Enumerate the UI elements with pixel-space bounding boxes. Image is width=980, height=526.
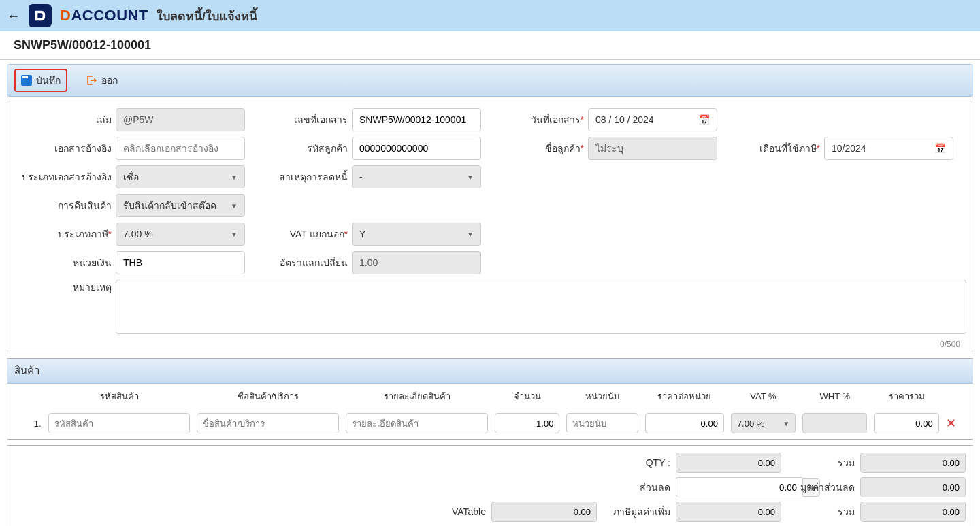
col-price: ราคาต่อหน่วย (642, 385, 727, 408)
col-wht: WHT % (800, 385, 870, 408)
vat-exclude-label: VAT แยกนอก* (249, 227, 348, 242)
col-unit: หน่วยนับ (564, 385, 641, 408)
tax-month-label: เดือนที่ใช้ภาษี* (721, 141, 820, 156)
back-arrow-icon[interactable]: ← (7, 8, 20, 24)
form-panel: เล่ม เลขที่เอกสาร วันที่เอกสาร*08 / 10 /… (7, 101, 973, 352)
vat-amt-value (676, 502, 781, 522)
delete-row-icon[interactable]: ✕ (946, 416, 956, 430)
table-row: 1. 7.00 %▼ ✕ (9, 409, 971, 438)
calendar-icon: 📅 (934, 143, 946, 154)
document-number: SNWP5W/00012-100001 (0, 31, 980, 60)
debit-reason-select[interactable]: -▼ (352, 165, 481, 188)
ref-type-label: ประเภทเอกสารอ้างอิง (13, 169, 112, 184)
page-title: ใบลดหนี้/ใบแจ้งหนี้ (157, 6, 257, 26)
save-button[interactable]: บันทึก (14, 69, 67, 92)
toolbar: บันทึก ออก (7, 64, 973, 97)
doc-no-input[interactable] (352, 108, 481, 131)
row-index: 1. (9, 409, 44, 438)
vatable-value (491, 502, 597, 522)
row-qty-input[interactable] (495, 413, 559, 433)
qty-total-value (676, 453, 781, 473)
tax-month-input[interactable]: 10/2024📅 (824, 137, 953, 160)
tax-type-label: ประเภทภาษี* (13, 227, 112, 242)
chevron-down-icon: ▼ (231, 174, 238, 181)
return-goods-label: การคืนสินค้า (13, 198, 112, 213)
col-vat: VAT % (728, 385, 798, 408)
cust-name-label: ชื่อลูกค้า* (485, 141, 584, 156)
row-code-input[interactable] (48, 413, 191, 433)
doc-date-input[interactable]: 08 / 10 / 2024📅 (588, 108, 717, 131)
cust-code-label: รหัสลูกค้า (249, 141, 348, 156)
chevron-down-icon: ▼ (231, 231, 238, 238)
remarks-label: หมายเหตุ (13, 280, 112, 295)
chevron-down-icon: ▼ (231, 202, 238, 210)
currency-input[interactable] (116, 251, 245, 274)
row-wht-input (802, 413, 867, 433)
tax-type-select[interactable]: 7.00 %▼ (116, 223, 245, 246)
discount-label: ส่วนลด (548, 480, 670, 495)
sum2-label: รวม (787, 504, 855, 519)
ref-doc-label: เอกสารอ้างอิง (13, 141, 112, 156)
debit-reason-label: สาเหตุการลดหนี้ (249, 169, 348, 184)
cust-name-input (588, 137, 717, 160)
calendar-icon: 📅 (698, 114, 710, 125)
discount-amt-label: มูลค่าส่วนลด (787, 480, 855, 495)
doc-no-label: เลขที่เอกสาร (249, 112, 348, 127)
col-desc: รายละเอียดสินค้า (343, 385, 491, 408)
col-name: ชื่อสินค้า/บริการ (194, 385, 342, 408)
save-icon (21, 75, 32, 86)
remarks-char-count: 0/500 (13, 340, 967, 349)
row-vat-select[interactable]: 7.00 %▼ (731, 413, 796, 433)
totals-panel: QTY : รวม ส่วนลด % มูลค่าส่วนลด VATable … (7, 445, 973, 526)
exit-button[interactable]: ออก (81, 70, 123, 91)
product-section-header: สินค้า (7, 359, 973, 384)
book-label: เล่ม (13, 112, 112, 127)
product-section: สินค้า รหัสสินค้า ชื่อสินค้า/บริการ รายล… (7, 358, 973, 440)
row-total-input[interactable] (874, 413, 938, 433)
exchange-rate-input (352, 251, 481, 274)
col-total: ราคารวม (871, 385, 941, 408)
row-name-input[interactable] (197, 413, 339, 433)
exchange-rate-label: อัตราแลกเปลี่ยน (249, 255, 348, 270)
currency-label: หน่วยเงิน (13, 255, 112, 270)
doc-date-label: วันที่เอกสาร* (485, 112, 584, 127)
discount-input[interactable] (676, 477, 802, 497)
discount-input-wrap: % (676, 477, 781, 497)
remarks-textarea[interactable] (116, 280, 966, 334)
col-code: รหัสสินค้า (46, 385, 193, 408)
row-price-input[interactable] (645, 413, 724, 433)
cust-code-input[interactable] (352, 137, 481, 160)
ref-doc-input[interactable] (116, 137, 245, 160)
return-goods-select[interactable]: รับสินค้ากลับเข้าสต๊อค▼ (116, 194, 245, 217)
sum-label: รวม (787, 455, 855, 470)
col-qty: จำนวน (492, 385, 562, 408)
vat-amt-label: ภาษีมูลค่าเพิ่ม (602, 504, 670, 519)
vat-exclude-select[interactable]: Y▼ (352, 223, 481, 246)
chevron-down-icon: ▼ (467, 231, 474, 238)
vatable-label: VATable (418, 506, 486, 517)
top-bar: ← DACCOUNT ใบลดหนี้/ใบแจ้งหนี้ (0, 0, 980, 31)
brand-text: DACCOUNT (60, 7, 148, 24)
book-input (116, 108, 245, 131)
row-unit-input[interactable] (566, 413, 638, 433)
row-desc-input[interactable] (346, 413, 488, 433)
exit-icon (86, 75, 97, 86)
app-logo (29, 4, 52, 27)
ref-type-select[interactable]: เชื่อ▼ (116, 165, 245, 188)
chevron-down-icon: ▼ (467, 174, 474, 181)
chevron-down-icon: ▼ (783, 420, 789, 427)
sum2-value (860, 502, 966, 522)
qty-total-label: QTY : (548, 457, 670, 468)
discount-amt-value (860, 477, 966, 497)
sum-value (860, 453, 966, 473)
